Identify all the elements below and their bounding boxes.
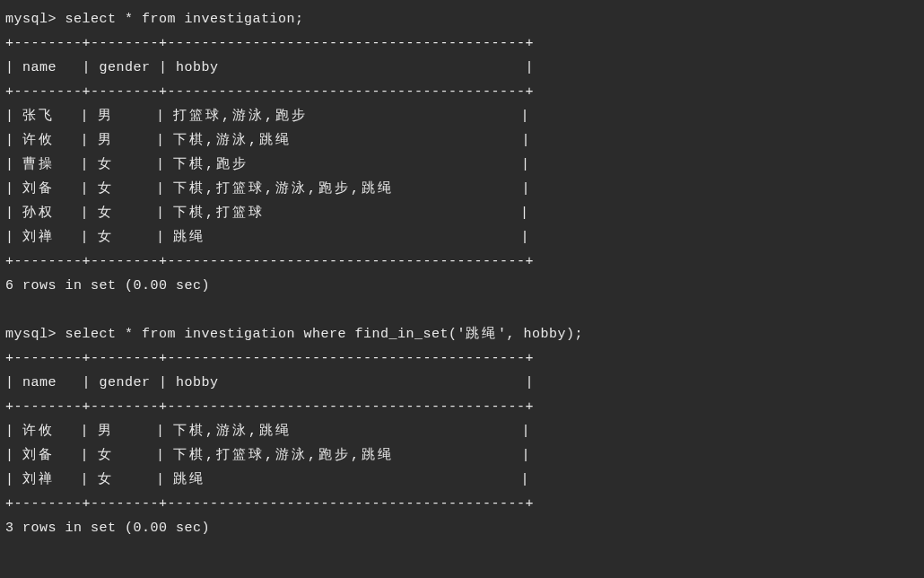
mysql-prompt-line[interactable]: mysql> select * from investigation; [5, 7, 919, 31]
table-row: | 刘备 | 女 | 下棋,打篮球,游泳,跑步,跳绳 | [5, 177, 919, 201]
table-border-mid: +--------+--------+---------------------… [5, 395, 919, 419]
table-row: | 曹操 | 女 | 下棋,跑步 | [5, 153, 919, 177]
blank-line [5, 298, 919, 322]
table-header: | name | gender | hobby | [5, 371, 919, 395]
table-border-top: +--------+--------+---------------------… [5, 31, 919, 56]
table-border-bot: +--------+--------+---------------------… [5, 250, 919, 274]
table-row: | 刘备 | 女 | 下棋,打篮球,游泳,跑步,跳绳 | [5, 443, 919, 468]
table-border-top: +--------+--------+---------------------… [5, 346, 919, 371]
status-line: 6 rows in set (0.00 sec) [5, 274, 919, 298]
table-header: | name | gender | hobby | [5, 56, 919, 80]
table-row: | 许攸 | 男 | 下棋,游泳,跳绳 | [5, 419, 919, 443]
table-row: | 许攸 | 男 | 下棋,游泳,跳绳 | [5, 128, 919, 153]
table-border-bot: +--------+--------+---------------------… [5, 492, 919, 516]
table-border-mid: +--------+--------+---------------------… [5, 80, 919, 104]
table-row: | 刘禅 | 女 | 跳绳 | [5, 225, 919, 250]
terminal-output: mysql> select * from investigation;+----… [5, 7, 919, 540]
status-line: 3 rows in set (0.00 sec) [5, 516, 919, 540]
table-row: | 孙权 | 女 | 下棋,打篮球 | [5, 201, 919, 225]
table-row: | 张飞 | 男 | 打篮球,游泳,跑步 | [5, 104, 919, 128]
mysql-prompt-line[interactable]: mysql> select * from investigation where… [5, 322, 919, 346]
table-row: | 刘禅 | 女 | 跳绳 | [5, 468, 919, 492]
